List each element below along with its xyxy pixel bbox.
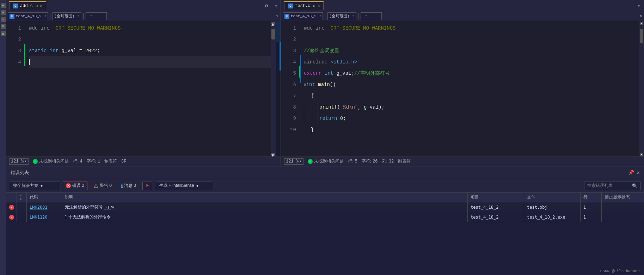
- err-row0-desc: 无法解析的外部符号 _g_val: [62, 202, 468, 212]
- scope-global-test-c[interactable]: (全局范围) ▾: [327, 12, 356, 20]
- scroll-up-test[interactable]: ▲: [640, 22, 643, 25]
- row-val-test-c: 5: [355, 159, 357, 164]
- editor-split-icon-test[interactable]: ⇔: [638, 3, 640, 8]
- left-tool-3[interactable]: ✎: [1, 17, 6, 22]
- tab-close-test-c[interactable]: ✕: [318, 4, 320, 8]
- tab-icon-add-c: C: [13, 4, 18, 8]
- err-row1-line: 1: [581, 212, 602, 222]
- code-body-add-c[interactable]: 1 2 3 4 #define _CRT_SECURE_NO_W: [6, 21, 281, 157]
- search-placeholder: 搜索错误列表: [587, 183, 613, 189]
- search-icon[interactable]: 🔍: [632, 183, 637, 188]
- col-proj-header[interactable]: 项目: [468, 192, 524, 202]
- toolbar-left-arr[interactable]: ⇅: [275, 14, 279, 18]
- col-desc-label: 说明: [65, 194, 73, 200]
- scope-global-add-c[interactable]: (全局范围) ▾: [53, 12, 81, 20]
- t-code-line-7: {: [304, 90, 639, 102]
- check-icon-add-c: [33, 159, 38, 164]
- error-table-header: ⣿ 代码 说明 项目 文件 行: [6, 192, 644, 202]
- tab-test-c[interactable]: C test.c ⊕ ✕: [284, 1, 324, 10]
- error-toolbar: 整个解决方案 ▾ ✕ 错误 2 ⚠ 警告 0 ℹ 消息 0 ⚑: [6, 179, 644, 192]
- err-icon-0: ✕: [9, 205, 14, 210]
- filter-icon: ⚑: [146, 183, 149, 189]
- tab-pin-add-c[interactable]: ⊕: [36, 4, 38, 8]
- enc-add-c: CR: [121, 159, 126, 164]
- char-val-add-c: 1: [98, 159, 100, 164]
- scope-label-add-c: test_4_18_2: [16, 14, 42, 18]
- tab-add-c[interactable]: C add.c ⊕ ✕: [9, 1, 46, 10]
- err-file-1: test_4_18_2.exe: [527, 215, 565, 220]
- err-code-0[interactable]: LNK2001: [30, 205, 48, 210]
- t-code-line-1: #define _CRT_SECURE_NO_WARNINGS: [304, 23, 639, 34]
- info-count-badge[interactable]: ℹ 消息 0: [118, 182, 139, 190]
- col-suppress-header[interactable]: 禁止显示状态: [602, 192, 644, 202]
- col-val-test-c: 32: [389, 159, 394, 164]
- t-code-line-4: #include <stdio.h>: [304, 56, 639, 68]
- scroll-thumb-test-c[interactable]: [640, 29, 643, 43]
- panel-close-icon[interactable]: ✕: [637, 170, 640, 176]
- code-line-3: static int g_val = 2022;: [29, 45, 271, 56]
- tab-bar-test-c: C test.c ⊕ ✕ ⇔: [281, 0, 644, 11]
- line-numbers-test-c: 1 2 3 4 5 6 7 8 9 10: [281, 21, 299, 157]
- scope-extra-add-c[interactable]: ▾: [86, 12, 107, 20]
- status-bar-test-c: 121 % ▾ 未找到相关问题 行: 5 字符: 26: [281, 157, 644, 166]
- scroll-thumb-add-c[interactable]: [271, 29, 275, 39]
- scrollbar-add-c[interactable]: ▲ ▼: [271, 21, 276, 157]
- zoom-test-c[interactable]: 121 % ▾: [284, 158, 303, 165]
- err-row0-code[interactable]: LNK2001: [27, 202, 62, 212]
- tab-pin-test-c[interactable]: ⊕: [313, 4, 315, 8]
- zoom-add-c[interactable]: 121 % ▾: [9, 158, 29, 165]
- collapse-icon[interactable]: ⊟: [304, 79, 306, 90]
- error-row-0[interactable]: ✕ LNK2001 无法解析的外部符号 _g_val test_4_18_2 t…: [6, 202, 644, 212]
- toolbar-right-arr[interactable]: ⇅: [639, 14, 643, 18]
- panel-pin-icon[interactable]: 📌: [628, 170, 634, 176]
- tab-close-add-c[interactable]: ✕: [40, 4, 43, 8]
- left-tool-4[interactable]: ≡: [1, 24, 6, 29]
- left-tool-5[interactable]: ▦: [1, 31, 6, 36]
- scroll-down-test[interactable]: ▼: [640, 153, 643, 156]
- col-num-header: [6, 192, 17, 202]
- search-error-input[interactable]: 搜索错误列表 🔍: [584, 182, 640, 190]
- err-row1-file: test_4_18_2.exe: [524, 212, 581, 222]
- status-bar-add-c: 121 % ▾ 未找到相关问题 行: 4 字符: 1: [6, 157, 281, 166]
- error-row-1[interactable]: ✕ LNK1120 1 个无法解析的外部命令 test_4_18_2 test_…: [6, 212, 644, 222]
- err-line-1: 1: [583, 215, 586, 220]
- info-count-label: 消息 0: [124, 183, 136, 189]
- col-desc-header[interactable]: 说明: [62, 192, 468, 202]
- tab-label-add-c: add.c: [20, 4, 33, 8]
- error-panel: 错误列表 📌 ✕ 整个解决方案 ▾ ✕ 错误 2 ⚠ 警告 0: [6, 166, 644, 275]
- char-val-test-c: 26: [373, 159, 378, 164]
- err-row1-code[interactable]: LNK1120: [27, 212, 62, 222]
- error-count-badge[interactable]: ✕ 错误 2: [63, 182, 87, 190]
- error-scope-select[interactable]: 整个解决方案 ▾: [10, 182, 59, 190]
- col-file-header[interactable]: 文件: [524, 192, 581, 202]
- scope-extra-test-c[interactable]: ▾: [361, 12, 382, 20]
- filter-badge[interactable]: ⚑: [142, 182, 152, 190]
- code-content-add-c[interactable]: #define _CRT_SECURE_NO_WARNINGS static i…: [26, 21, 271, 157]
- t-code-line-6: ⊟int main(): [304, 79, 639, 90]
- tab-label-test-c: test.c: [295, 4, 310, 8]
- col-line-header[interactable]: 行: [581, 192, 602, 202]
- minimap-scrollbar: [280, 42, 281, 71]
- scroll-up[interactable]: ▲: [271, 22, 275, 25]
- toolbar-sep-2: [83, 13, 84, 19]
- err-icon-1: ✕: [9, 215, 14, 220]
- scrollbar-test-c[interactable]: ▲ ▼: [639, 21, 644, 157]
- editor-settings-icon[interactable]: ⚙: [265, 2, 268, 8]
- t-code-line-2: [304, 34, 639, 45]
- source-select[interactable]: 生成 + IntelliSense ▾: [156, 182, 212, 190]
- status-char-test-c: 字符: 26: [362, 158, 378, 164]
- scope-select-test-c[interactable]: C test_4_18_2 ▾: [283, 12, 323, 20]
- scope-select-add-c[interactable]: C test_4_18_2 ▾: [8, 12, 48, 20]
- code-body-test-c[interactable]: 1 2 3 4 5 6 7 8 9 10: [281, 21, 644, 157]
- scroll-down[interactable]: ▼: [271, 153, 275, 156]
- toolbar-sep-4: [358, 13, 358, 19]
- editor-split-icon[interactable]: ⇔: [275, 3, 277, 8]
- left-tool-2[interactable]: ⊞: [1, 10, 6, 15]
- code-content-test-c[interactable]: #define _CRT_SECURE_NO_WARNINGS //修饰全局变量…: [301, 21, 639, 157]
- editor-panel-test-c: C test.c ⊕ ✕ ⇔ C test_4_18_2 ▾: [281, 0, 644, 166]
- err-row0-line: 1: [581, 202, 602, 212]
- left-tool-1[interactable]: ▶: [1, 3, 6, 8]
- col-code-header[interactable]: 代码: [27, 192, 62, 202]
- warning-count-badge[interactable]: ⚠ 警告 0: [91, 182, 115, 190]
- err-code-1[interactable]: LNK1120: [30, 215, 48, 220]
